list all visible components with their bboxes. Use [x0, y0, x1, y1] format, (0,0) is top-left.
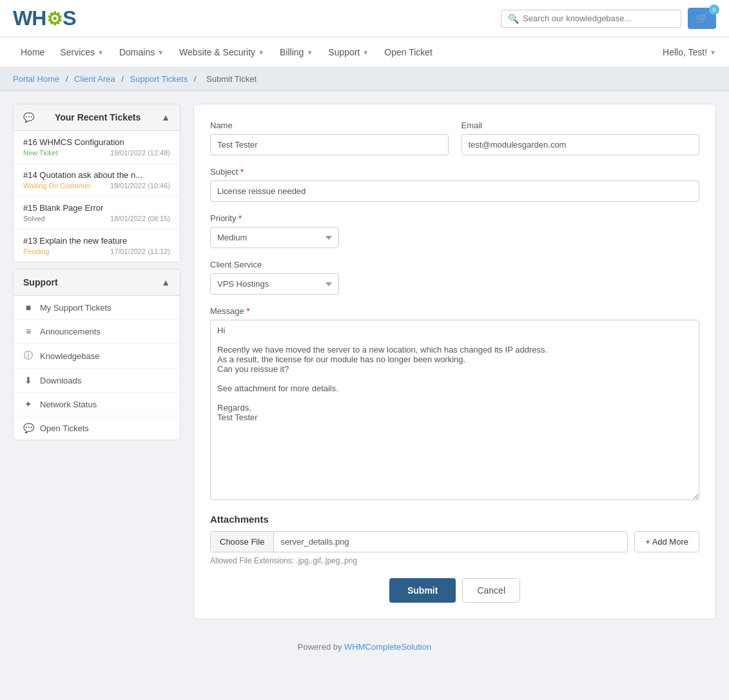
sidebar-item-network-status[interactable]: ✦ Network Status — [14, 393, 180, 416]
nav-item-services[interactable]: Services ▼ — [52, 37, 112, 67]
header: WH⚙S 🔍 🛒 0 — [0, 0, 729, 37]
search-box[interactable]: 🔍 — [501, 10, 681, 28]
info-icon: ⓘ — [23, 350, 34, 362]
ticket-meta: New Ticket 19/01/2022 (12:48) — [23, 149, 170, 157]
chevron-up-icon: ▲ — [161, 277, 170, 287]
email-field[interactable] — [462, 134, 700, 155]
chevron-up-icon: ▲ — [161, 112, 170, 122]
submit-button[interactable]: Submit — [389, 578, 456, 603]
cart-button[interactable]: 🛒 0 — [688, 8, 716, 29]
chevron-down-icon: ▼ — [97, 49, 104, 56]
subject-row: Subject * — [210, 167, 699, 202]
open-tickets-icon: 💬 — [23, 423, 34, 433]
breadcrumb-portal-home[interactable]: Portal Home — [13, 74, 59, 84]
sidebar-item-open-tickets[interactable]: 💬 Open Tickets — [14, 416, 180, 440]
breadcrumb: Portal Home / Client Area / Support Tick… — [0, 68, 729, 91]
client-service-select[interactable]: VPS Hostings — [210, 273, 339, 295]
main-content: 💬 Your Recent Tickets ▲ #16 WHMCS Config… — [0, 91, 729, 632]
ticket-item[interactable]: #16 WHMCS Configuration New Ticket 19/01… — [14, 131, 180, 164]
recent-tickets-section: 💬 Your Recent Tickets ▲ #16 WHMCS Config… — [13, 104, 180, 262]
sidebar-item-label: Downloads — [40, 376, 81, 385]
subject-field[interactable] — [210, 180, 699, 202]
breadcrumb-separator: / — [194, 74, 199, 84]
priority-label: Priority * — [210, 213, 339, 223]
ticket-title: #14 Quotation ask about the n... — [23, 170, 170, 180]
search-input[interactable] — [523, 14, 674, 23]
breadcrumb-support-tickets[interactable]: Support Tickets — [130, 74, 188, 84]
form-content: Name Email Subject * Priority * Low Medi… — [193, 104, 716, 619]
name-field[interactable] — [210, 134, 449, 155]
ticket-title: #13 Explain the new feature — [23, 236, 170, 246]
sidebar-item-announcements[interactable]: ≡ Announcements — [14, 320, 180, 344]
sidebar-item-knowledgebase[interactable]: ⓘ Knowledgebase — [14, 344, 180, 369]
ticket-meta: Solved 18/01/2022 (08:15) — [23, 215, 170, 222]
ticket-status: Solved — [23, 215, 45, 222]
nav-item-home[interactable]: Home — [13, 37, 52, 67]
ticket-meta: Waiting On Customer 18/01/2022 (10:46) — [23, 182, 170, 190]
logo-gear-icon: ⚙ — [46, 9, 62, 29]
nav-item-domains[interactable]: Domains ▼ — [112, 37, 171, 67]
priority-row: Priority * Low Medium High — [210, 213, 699, 248]
sidebar-item-label: Open Tickets — [40, 423, 89, 433]
nav-item-support[interactable]: Support ▼ — [320, 37, 376, 67]
nav-item-website-security[interactable]: Website & Security ▼ — [171, 37, 272, 67]
tickets-icon: ■ — [23, 302, 34, 313]
ticket-status: New Ticket — [23, 149, 58, 157]
ticket-date: 18/01/2022 (10:46) — [110, 182, 170, 190]
name-email-row: Name Email — [210, 121, 699, 155]
recent-tickets-header[interactable]: 💬 Your Recent Tickets ▲ — [14, 104, 180, 131]
priority-select[interactable]: Low Medium High — [210, 227, 339, 248]
cancel-button[interactable]: Cancel — [462, 578, 520, 603]
search-icon: 🔍 — [508, 14, 519, 24]
recent-tickets-icon: 💬 — [23, 112, 34, 122]
client-service-row: Client Service VPS Hostings — [210, 260, 699, 295]
nav-item-billing[interactable]: Billing ▼ — [272, 37, 320, 67]
footer-link[interactable]: WHMCompleteSolution — [344, 642, 431, 652]
chevron-down-icon: ▼ — [306, 49, 313, 56]
breadcrumb-client-area[interactable]: Client Area — [74, 74, 115, 84]
ticket-date: 19/01/2022 (12:48) — [110, 149, 170, 157]
ticket-item[interactable]: #15 Blank Page Error Solved 18/01/2022 (… — [14, 197, 180, 229]
logo[interactable]: WH⚙S — [13, 6, 76, 30]
ticket-item[interactable]: #13 Explain the new feature Pending 17/0… — [14, 229, 180, 262]
message-label: Message * — [210, 306, 699, 316]
file-name-display: server_details.png — [274, 532, 627, 552]
nav-left: Home Services ▼ Domains ▼ Website & Secu… — [13, 37, 440, 67]
email-label: Email — [462, 121, 700, 130]
client-service-label: Client Service — [210, 260, 339, 269]
required-indicator: * — [240, 167, 244, 177]
chevron-down-icon: ▼ — [258, 49, 264, 56]
list-icon: ≡ — [23, 326, 34, 336]
nav-item-open-ticket[interactable]: Open Ticket — [376, 37, 440, 67]
sidebar-item-label: My Support Tickets — [40, 303, 112, 313]
sidebar-item-label: Knowledgebase — [40, 351, 100, 361]
name-label: Name — [210, 121, 449, 130]
network-icon: ✦ — [23, 399, 34, 409]
sidebar: 💬 Your Recent Tickets ▲ #16 WHMCS Config… — [13, 104, 180, 619]
footer: Powered by WHMCompleteSolution — [0, 632, 729, 661]
submit-row: Submit Cancel — [210, 578, 699, 603]
user-greeting-text: Hello, Test! — [663, 47, 707, 57]
ticket-item[interactable]: #14 Quotation ask about the n... Waiting… — [14, 164, 180, 197]
support-section: Support ▲ ■ My Support Tickets ≡ Announc… — [13, 269, 180, 440]
nav-user-greeting[interactable]: Hello, Test! ▼ — [663, 47, 716, 57]
allowed-file-types: Allowed File Extensions: .jpg,.gif,.jpeg… — [210, 556, 699, 565]
ticket-status: Pending — [23, 248, 49, 255]
sidebar-item-label: Announcements — [40, 327, 101, 336]
attachments-label: Attachments — [210, 514, 699, 525]
chevron-down-icon: ▼ — [362, 49, 369, 56]
email-group: Email — [462, 121, 700, 155]
sidebar-item-downloads[interactable]: ⬇ Downloads — [14, 369, 180, 393]
message-textarea[interactable]: Hi Recently we have moved the server to … — [210, 320, 699, 500]
support-section-header[interactable]: Support ▲ — [14, 269, 180, 296]
choose-file-button[interactable]: Choose File — [211, 532, 274, 552]
sidebar-item-label: Network Status — [40, 400, 97, 409]
ticket-title: #16 WHMCS Configuration — [23, 137, 170, 147]
chevron-down-icon: ▼ — [710, 49, 716, 56]
header-right: 🔍 🛒 0 — [501, 8, 716, 29]
required-indicator: * — [246, 306, 249, 316]
cart-badge: 0 — [709, 5, 719, 15]
add-more-button[interactable]: + Add More — [634, 531, 699, 552]
ticket-date: 17/01/2022 (11:12) — [110, 248, 170, 255]
sidebar-item-my-support-tickets[interactable]: ■ My Support Tickets — [14, 296, 180, 320]
